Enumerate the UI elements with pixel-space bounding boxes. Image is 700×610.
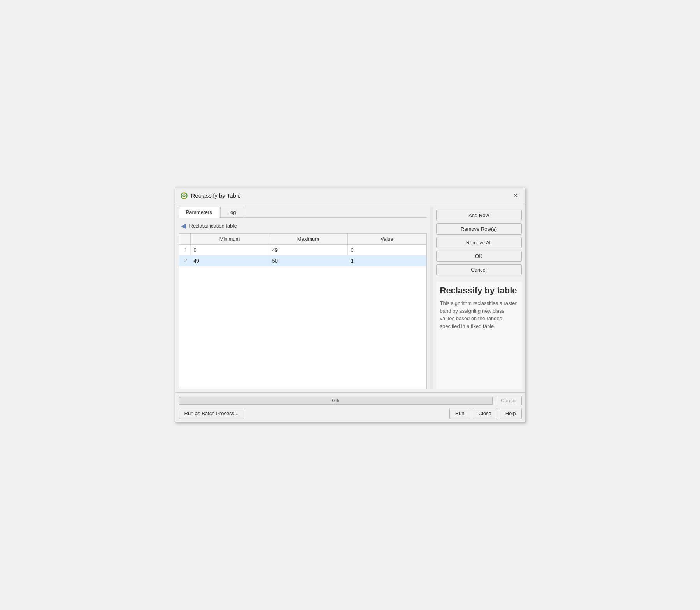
col-header-num	[179, 234, 191, 244]
reclassification-table: Minimum Maximum Value 1 0 49 0 2 49	[179, 233, 427, 389]
remove-rows-button[interactable]: Remove Row(s)	[436, 223, 522, 235]
right-action-buttons: Run Close Help	[449, 408, 522, 419]
row-2-value[interactable]: 1	[348, 256, 426, 266]
bottom-bar: 0% Cancel Run as Batch Process... Run Cl…	[175, 392, 525, 422]
row-1-value[interactable]: 0	[348, 245, 426, 255]
col-header-maximum: Maximum	[269, 234, 348, 244]
left-panel: Parameters Log ◀ Reclassification table …	[179, 207, 427, 389]
tab-bar: Parameters Log	[179, 207, 427, 218]
cancel-progress-button[interactable]: Cancel	[496, 396, 521, 405]
main-window: Reclassify by Table ✕ Parameters Log ◀ R…	[175, 188, 525, 422]
row-2-num: 2	[179, 256, 191, 266]
help-title: Reclassify by table	[440, 286, 518, 296]
window-body: Parameters Log ◀ Reclassification table …	[175, 203, 525, 392]
action-buttons: Add Row Remove Row(s) Remove All OK Canc…	[436, 210, 522, 275]
tab-log[interactable]: Log	[220, 207, 244, 217]
row-1-maximum[interactable]: 49	[269, 245, 348, 255]
progress-label: 0%	[332, 398, 339, 403]
title-bar-left: Reclassify by Table	[180, 192, 241, 200]
help-text: This algorithm reclassifies a raster ban…	[440, 300, 518, 330]
bottom-actions: Run as Batch Process... Run Close Help	[179, 408, 522, 419]
window-title: Reclassify by Table	[191, 192, 241, 199]
table-row[interactable]: 2 49 50 1	[179, 256, 426, 266]
breadcrumb-label: Reclassification table	[189, 223, 237, 229]
cancel-table-button[interactable]: Cancel	[436, 264, 522, 275]
table-header: Minimum Maximum Value	[179, 234, 426, 245]
close-button[interactable]: Close	[473, 408, 497, 419]
col-header-minimum: Minimum	[191, 234, 269, 244]
qgis-icon	[180, 192, 188, 200]
remove-all-button[interactable]: Remove All	[436, 237, 522, 248]
back-arrow-icon[interactable]: ◀	[179, 222, 187, 230]
table-body: 1 0 49 0 2 49 50 1	[179, 245, 426, 389]
title-bar: Reclassify by Table ✕	[175, 188, 525, 203]
col-header-value: Value	[348, 234, 426, 244]
right-panel: Add Row Remove Row(s) Remove All OK Canc…	[436, 207, 522, 389]
row-1-num: 1	[179, 245, 191, 255]
svg-rect-5	[183, 198, 184, 199]
progress-bar: 0%	[179, 397, 493, 405]
svg-point-3	[183, 195, 185, 196]
run-batch-button[interactable]: Run as Batch Process...	[179, 408, 244, 419]
row-1-minimum[interactable]: 0	[191, 245, 269, 255]
svg-rect-4	[183, 192, 184, 194]
help-panel: Reclassify by table This algorithm recla…	[436, 282, 522, 389]
add-row-button[interactable]: Add Row	[436, 210, 522, 221]
ok-button[interactable]: OK	[436, 251, 522, 262]
help-button[interactable]: Help	[500, 408, 522, 419]
table-row[interactable]: 1 0 49 0	[179, 245, 426, 256]
divider	[430, 207, 433, 389]
row-2-maximum[interactable]: 50	[269, 256, 348, 266]
breadcrumb: ◀ Reclassification table	[179, 220, 427, 231]
progress-row: 0% Cancel	[179, 396, 522, 405]
close-window-button[interactable]: ✕	[511, 191, 520, 200]
row-2-minimum[interactable]: 49	[191, 256, 269, 266]
tab-parameters[interactable]: Parameters	[179, 207, 219, 218]
run-button[interactable]: Run	[449, 408, 470, 419]
